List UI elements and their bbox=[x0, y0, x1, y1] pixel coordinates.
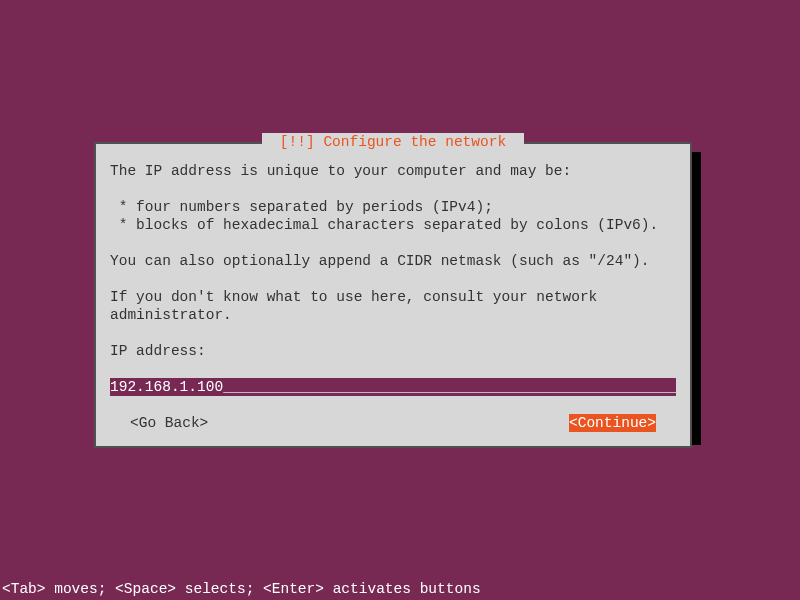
network-config-dialog: ─ [!!] Configure the network ─ The IP ad… bbox=[94, 142, 692, 448]
footer-hint: <Tab> moves; <Space> selects; <Enter> ac… bbox=[2, 580, 481, 598]
dialog-title-row: ─ [!!] Configure the network ─ bbox=[96, 133, 690, 151]
ip-address-label: IP address: bbox=[110, 342, 676, 360]
ip-address-input[interactable]: 192.168.1.100 bbox=[110, 378, 676, 396]
ip-address-value: 192.168.1.100 bbox=[110, 378, 223, 396]
dialog-title: [!!] Configure the network bbox=[271, 133, 515, 151]
go-back-button[interactable]: <Go Back> bbox=[130, 414, 208, 432]
input-fill bbox=[223, 378, 676, 396]
button-row: <Go Back> <Continue> bbox=[110, 414, 676, 432]
dialog-description: The IP address is unique to your compute… bbox=[110, 162, 676, 324]
continue-button[interactable]: <Continue> bbox=[569, 414, 656, 432]
